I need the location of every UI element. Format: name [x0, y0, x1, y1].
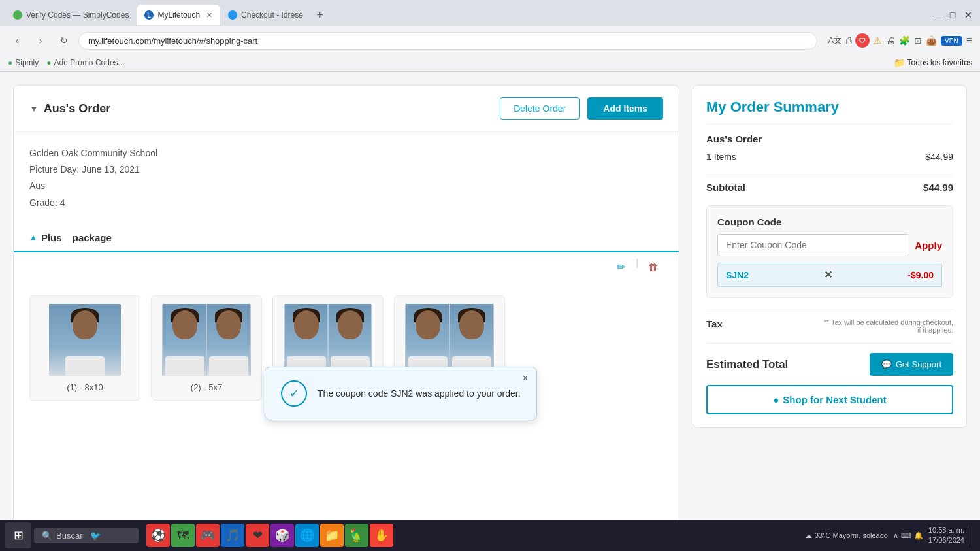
order-summary: My Order Summary Aus's Order 1 Items $44… [693, 85, 967, 428]
weather-display: ☁ 33°C Mayorm. soleado [805, 531, 888, 539]
taskbar-apps: ⚽ 🗺 🎮 🎵 ❤ 🎲 🌐 📁 🦜 ✋ [146, 524, 393, 538]
taskbar-app-1[interactable]: ⚽ [146, 524, 170, 538]
taskbar-right: ☁ 33°C Mayorm. soleado ∧ ⌨ 🔔 10:58 a. m.… [805, 525, 975, 538]
get-support-button[interactable]: 💬 Get Support [870, 353, 953, 376]
toast-close-button[interactable]: × [522, 373, 528, 384]
estimated-total-section: Estimated Total 💬 Get Support [706, 343, 953, 376]
maximize-button[interactable]: □ [946, 8, 959, 22]
estimated-total-label: Estimated Total [706, 358, 788, 371]
coupon-section: Coupon Code Apply SJN2 ✕ -$9.00 [706, 205, 953, 298]
share-icon[interactable]: ⎙ [846, 35, 851, 46]
bookmark-promo-icon: ● [46, 58, 51, 67]
weather-icon: ☁ [805, 531, 812, 539]
bookmark-sipmly[interactable]: ● Sipmly [8, 58, 39, 67]
bookmark-sipmly-icon: ● [8, 58, 12, 67]
browser-actions: A文 ⎙ 🛡 ⚠ 🖨 🧩 ⊡ 👜 VPN ≡ [828, 33, 972, 48]
photo-label-1: (1) - 8x10 [67, 382, 103, 392]
student-name: Aus [29, 178, 663, 194]
coupon-discount: -$9.00 [907, 270, 934, 280]
reload-button[interactable]: ↻ [55, 31, 73, 50]
edit-package-icon[interactable]: ✏ [611, 258, 630, 277]
coupon-title: Coupon Code [717, 216, 942, 227]
subtotal-price: $44.99 [923, 182, 953, 193]
tab2-label: MyLifetouch [157, 10, 200, 20]
subtotal-row: Subtotal $44.99 [706, 175, 953, 195]
vpn-badge[interactable]: VPN [941, 36, 962, 46]
taskbar-app-2[interactable]: 🗺 [171, 524, 195, 538]
weather-text: 33°C Mayorm. soleado [815, 531, 888, 538]
tab2-close-icon[interactable]: ✕ [206, 11, 212, 20]
tab3-icon [228, 10, 237, 20]
delete-order-button[interactable]: Delete Order [500, 97, 580, 120]
menu-icon[interactable]: ≡ [966, 35, 972, 46]
taskbar-app-4[interactable]: 🎵 [221, 524, 244, 538]
notification-icon: 🔔 [914, 531, 923, 539]
remove-coupon-button[interactable]: ✕ [824, 269, 832, 281]
close-button[interactable]: ✕ [962, 8, 975, 22]
add-items-button[interactable]: Add Items [587, 97, 663, 120]
taskbar-app-5[interactable]: ❤ [246, 524, 269, 538]
forward-button[interactable]: › [31, 31, 50, 50]
show-desktop-button[interactable] [970, 525, 975, 538]
shield-icon[interactable]: 🛡 [855, 33, 870, 48]
print-icon[interactable]: 🖨 [886, 35, 895, 46]
tab1-icon [13, 10, 22, 20]
split-view-icon[interactable]: ⊡ [914, 35, 922, 46]
tab-checkout[interactable]: Checkout - Idrese [220, 5, 311, 25]
taskbar-search[interactable]: 🔍 Buscar 🐦 [34, 528, 139, 539]
tax-section: Tax ** Tax will be calculated during che… [706, 309, 953, 334]
order-info: Golden Oak Community School Picture Day:… [14, 132, 679, 211]
address-input[interactable] [78, 32, 817, 50]
tab-mylifetouch[interactable]: L MyLifetouch ✕ [137, 5, 220, 25]
minimize-button[interactable]: — [930, 8, 943, 22]
taskbar-app-9[interactable]: 🦜 [345, 524, 368, 538]
dot-icon: ● [773, 394, 779, 405]
summary-title: My Order Summary [706, 99, 953, 124]
package-collapse-icon[interactable]: ▲ [29, 233, 37, 242]
new-tab-button[interactable]: + [311, 6, 329, 24]
bookmark-sipmly-label: Sipmly [15, 58, 39, 67]
wallet-icon[interactable]: 👜 [926, 35, 937, 46]
extensions-icon[interactable]: 🧩 [899, 35, 910, 46]
package-label: Plus [41, 232, 62, 243]
summary-order-section: Aus's Order 1 Items $44.99 [706, 133, 953, 164]
taskbar-app-10[interactable]: ✋ [370, 524, 393, 538]
clock: 10:58 a. m. 17/06/2024 [928, 526, 964, 538]
bookmark-add-promo[interactable]: ● Add Promo Codes... [46, 58, 124, 67]
tab-verify-codes[interactable]: Verify Codes — SimplyCodes [5, 5, 137, 25]
favorites-section: 📁 Todos los favoritos [894, 58, 972, 68]
search-placeholder: Buscar [56, 531, 82, 539]
picture-day: Picture Day: June 13, 2021 [29, 161, 663, 178]
shop-next-label: Shop for Next Student [783, 394, 886, 405]
warning-icon[interactable]: ⚠ [874, 35, 882, 46]
date-display: 17/06/2024 [928, 535, 964, 538]
back-button[interactable]: ‹ [8, 31, 26, 50]
tab1-label: Verify Codes — SimplyCodes [26, 10, 129, 20]
order-name-label: Aus's Order [44, 102, 110, 116]
shop-next-student-button[interactable]: ● Shop for Next Student [706, 385, 953, 414]
collapse-icon[interactable]: ▼ [29, 103, 39, 114]
taskbar-app-7[interactable]: 🌐 [295, 524, 319, 538]
bookmarks-bar: ● Sipmly ● Add Promo Codes... 📁 Todos lo… [0, 55, 980, 71]
items-count-label: 1 Items [706, 152, 736, 162]
tax-note: ** Tax will be calculated during checkou… [823, 318, 953, 334]
taskbar-app-3[interactable]: 🎮 [196, 524, 220, 538]
photo-card-1: (1) - 8x10 [29, 295, 140, 401]
coupon-input[interactable] [717, 234, 909, 256]
delete-package-icon[interactable]: 🗑 [644, 258, 663, 277]
taskbar-app-6[interactable]: 🎲 [270, 524, 294, 538]
coupon-code-display: SJN2 [726, 270, 749, 280]
order-header: ▼ Aus's Order Delete Order Add Items [14, 86, 679, 132]
apply-coupon-button[interactable]: Apply [915, 240, 942, 251]
page-content: ▼ Aus's Order Delete Order Add Items Gol… [0, 72, 980, 538]
photo-img-3 [284, 304, 372, 376]
photo-img-2 [162, 304, 251, 376]
support-btn-label: Get Support [896, 359, 941, 369]
toast-notification: × ✓ The coupon code SJN2 was applied to … [265, 367, 537, 420]
translate-icon[interactable]: A文 [828, 35, 842, 46]
taskbar: ⊞ 🔍 Buscar 🐦 ⚽ 🗺 🎮 🎵 ❤ 🎲 🌐 📁 🦜 ✋ ☁ 33°C … [0, 520, 980, 538]
taskbar-app-8[interactable]: 📁 [320, 524, 344, 538]
photo-card-2: (2) - 5x7 [151, 295, 262, 401]
start-button[interactable]: ⊞ [5, 522, 31, 538]
tab3-label: Checkout - Idrese [241, 10, 303, 20]
